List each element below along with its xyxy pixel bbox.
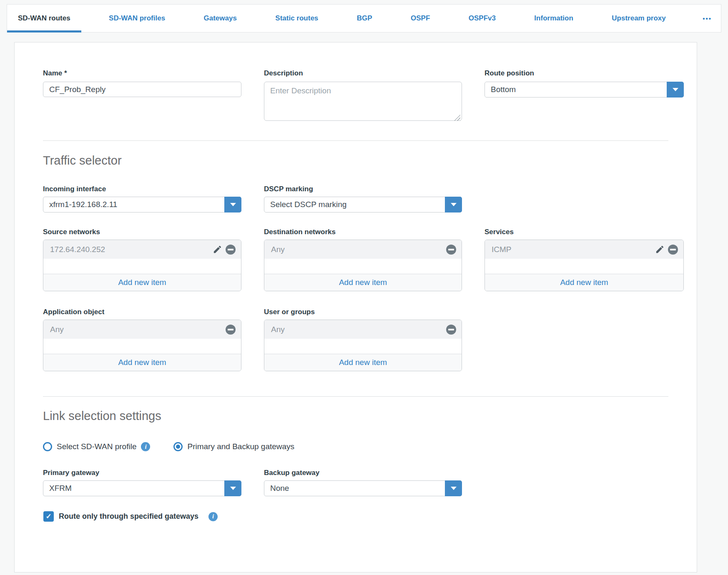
user-or-groups-list: Any Add new item xyxy=(264,320,462,371)
list-empty-area xyxy=(43,259,241,274)
tab-upstream-proxy[interactable]: Upstream proxy xyxy=(601,5,676,32)
tab-ospfv3[interactable]: OSPFv3 xyxy=(458,5,507,32)
primary-gateway-value: XFRM xyxy=(43,481,224,496)
destination-networks-group: Destination networks Any Add new item xyxy=(264,228,462,291)
tab-label: SD-WAN profiles xyxy=(109,14,165,22)
list-empty-area xyxy=(485,259,683,274)
list-item: Any xyxy=(43,320,241,339)
list-item: Any xyxy=(264,320,462,339)
backup-gateway-dropdown-button[interactable] xyxy=(445,480,462,496)
list-item: Any xyxy=(264,240,462,259)
add-new-item-label: Add new item xyxy=(560,278,608,287)
list-item-value: Any xyxy=(271,245,443,254)
remove-icon[interactable] xyxy=(225,324,236,335)
add-new-item-button[interactable]: Add new item xyxy=(43,354,241,371)
radio-icon-selected[interactable] xyxy=(173,442,183,451)
radio-label: Select SD-WAN profile xyxy=(57,442,136,451)
tab-sdwan-routes[interactable]: SD-WAN routes xyxy=(7,5,81,32)
name-field-group: Name * xyxy=(43,69,241,122)
dscp-marking-select[interactable]: Select DSCP marking xyxy=(264,197,462,212)
dscp-field-group: DSCP marking Select DSCP marking xyxy=(264,185,462,212)
services-list: ICMP Add new item xyxy=(484,240,684,291)
route-position-select[interactable]: Bottom xyxy=(484,82,684,98)
info-icon[interactable]: i xyxy=(141,442,150,451)
user-or-groups-group: User or groups Any Add new item xyxy=(264,308,462,371)
route-position-field-group: Route position Bottom xyxy=(484,69,684,122)
tab-label: Upstream proxy xyxy=(612,14,665,22)
tab-static-routes[interactable]: Static routes xyxy=(264,5,329,32)
incoming-interface-select[interactable]: xfrm1-192.168.2.11 xyxy=(43,197,241,212)
incoming-interface-field-group: Incoming interface xfrm1-192.168.2.11 xyxy=(43,185,241,212)
radio-select-sdwan-profile[interactable]: Select SD-WAN profile i xyxy=(43,442,150,451)
list-item-value: Any xyxy=(50,325,223,334)
tab-bgp[interactable]: BGP xyxy=(346,5,383,32)
services-group: Services ICMP Add new item xyxy=(484,228,684,291)
source-networks-list: 172.64.240.252 Add new item xyxy=(43,240,241,291)
list-item: 172.64.240.252 xyxy=(43,240,241,259)
source-networks-group: Source networks 172.64.240.252 Add new i… xyxy=(43,228,241,291)
name-input[interactable] xyxy=(43,82,241,97)
add-new-item-label: Add new item xyxy=(118,358,166,367)
tab-label: OSPF xyxy=(411,14,430,22)
services-label: Services xyxy=(484,228,684,236)
edit-icon[interactable] xyxy=(212,244,223,255)
remove-icon[interactable] xyxy=(668,244,678,255)
primary-gateway-select[interactable]: XFRM xyxy=(43,480,241,496)
remove-icon[interactable] xyxy=(225,244,236,255)
add-new-item-label: Add new item xyxy=(339,278,387,287)
add-new-item-button[interactable]: Add new item xyxy=(264,354,462,371)
backup-gateway-select[interactable]: None xyxy=(264,480,462,496)
radio-icon[interactable] xyxy=(43,442,52,451)
route-only-checkbox[interactable]: ✓ xyxy=(43,511,54,522)
route-position-value: Bottom xyxy=(485,82,667,97)
tab-information[interactable]: Information xyxy=(523,5,584,32)
tab-gateways[interactable]: Gateways xyxy=(193,5,248,32)
description-label: Description xyxy=(264,69,462,78)
tab-label: Static routes xyxy=(275,14,318,22)
app-users-row: Application object Any Add new item User… xyxy=(43,308,668,371)
edit-icon[interactable] xyxy=(654,244,665,255)
general-fields-row: Name * Description Route position Bottom xyxy=(43,69,668,122)
info-icon[interactable]: i xyxy=(208,512,218,521)
route-only-checkbox-row: ✓ Route only through specified gateways … xyxy=(43,511,668,522)
primary-gateway-group: Primary gateway XFRM xyxy=(43,469,241,496)
list-item: ICMP xyxy=(485,240,683,259)
incoming-interface-value: xfrm1-192.168.2.11 xyxy=(43,197,224,212)
dscp-marking-dropdown-button[interactable] xyxy=(445,197,462,212)
destination-networks-list: Any Add new item xyxy=(264,240,462,291)
application-object-list: Any Add new item xyxy=(43,320,241,371)
chevron-down-icon xyxy=(451,487,457,490)
ellipsis-icon: ••• xyxy=(703,15,712,22)
tab-ospf[interactable]: OSPF xyxy=(400,5,441,32)
tab-bar: SD-WAN routes SD-WAN profiles Gateways S… xyxy=(7,4,721,32)
tab-sdwan-profiles[interactable]: SD-WAN profiles xyxy=(98,5,176,32)
radio-primary-backup-gateways[interactable]: Primary and Backup gateways xyxy=(173,442,294,451)
add-new-item-label: Add new item xyxy=(339,358,387,367)
incoming-interface-dropdown-button[interactable] xyxy=(224,197,241,212)
add-new-item-button[interactable]: Add new item xyxy=(43,274,241,291)
list-empty-area xyxy=(264,339,462,354)
tab-label: Gateways xyxy=(204,14,237,22)
route-position-dropdown-button[interactable] xyxy=(667,82,684,98)
add-new-item-button[interactable]: Add new item xyxy=(485,274,683,291)
more-tabs-icon[interactable]: ••• xyxy=(693,5,721,32)
dscp-marking-value: Select DSCP marking xyxy=(264,197,445,212)
networks-services-row: Source networks 172.64.240.252 Add new i… xyxy=(43,228,668,291)
destination-networks-label: Destination networks xyxy=(264,228,462,236)
list-item-value: 172.64.240.252 xyxy=(50,245,209,254)
list-empty-area xyxy=(43,339,241,354)
description-textarea[interactable] xyxy=(264,82,462,121)
gateways-row: Primary gateway XFRM Backup gateway None xyxy=(43,469,668,496)
section-divider xyxy=(43,140,668,141)
remove-icon[interactable] xyxy=(446,244,457,255)
remove-icon[interactable] xyxy=(446,324,457,335)
backup-gateway-group: Backup gateway None xyxy=(264,469,462,496)
primary-gateway-label: Primary gateway xyxy=(43,469,241,477)
chevron-down-icon xyxy=(673,88,678,91)
add-new-item-button[interactable]: Add new item xyxy=(264,274,462,291)
primary-gateway-dropdown-button[interactable] xyxy=(224,480,241,496)
chevron-down-icon xyxy=(451,203,457,206)
route-position-label: Route position xyxy=(484,69,684,78)
chevron-down-icon xyxy=(230,203,236,206)
dscp-marking-label: DSCP marking xyxy=(264,185,462,193)
